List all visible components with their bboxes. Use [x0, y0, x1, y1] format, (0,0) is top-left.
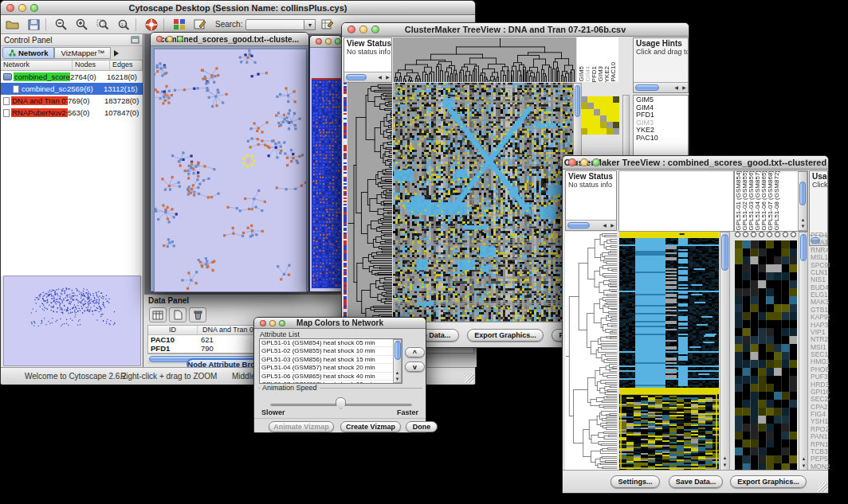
- scroll-up-icon[interactable]: ▲: [799, 217, 807, 223]
- close-icon[interactable]: [156, 36, 163, 42]
- scroll-up-icon[interactable]: ▲: [800, 456, 807, 462]
- treeview1-titlebar[interactable]: ClusterMaker TreeView : DNA and Tran 07-…: [342, 23, 689, 37]
- vizmapper-icon[interactable]: [171, 17, 188, 32]
- view-status-hscrollbar[interactable]: ◀ ▶: [566, 220, 616, 230]
- save-data-button[interactable]: Save Data...: [669, 475, 723, 488]
- zoom-icon[interactable]: [335, 38, 341, 45]
- attribute-item[interactable]: GPL51-01 (GSM854) heat shock 05 min: [260, 339, 393, 347]
- column-label[interactable]: GIM3: [598, 66, 603, 82]
- resize-grip[interactable]: [465, 373, 474, 383]
- view-status-hscrollbar[interactable]: ◀ ▶: [344, 72, 391, 82]
- vscroll-thumb[interactable]: [800, 234, 807, 261]
- heatmap-canvas[interactable]: [393, 83, 573, 322]
- close-icon[interactable]: [347, 25, 355, 33]
- done-button[interactable]: Done: [406, 421, 438, 432]
- row-dendrogram-canvas[interactable]: [347, 83, 392, 322]
- attribute-item[interactable]: GPL51-03 (GSM856) heat shock 15 min: [260, 356, 393, 364]
- hscroll-thumb[interactable]: [567, 222, 590, 229]
- close-icon[interactable]: [260, 320, 266, 326]
- scroll-down-icon[interactable]: ▼: [800, 463, 807, 469]
- network-table-row[interactable]: RNAPuberNov2+ 563(0) 107847(0): [1, 107, 143, 119]
- export-graphics-button[interactable]: Export Graphics...: [730, 475, 807, 488]
- export-graphics-button[interactable]: Export Graphics...: [467, 329, 544, 342]
- zoom-icon[interactable]: [30, 4, 38, 12]
- column-label[interactable]: GPL51-08 (GSM872): [774, 171, 779, 231]
- minimize-icon[interactable]: [167, 36, 173, 42]
- row-label[interactable]: PAC10: [636, 135, 688, 143]
- minimize-icon[interactable]: [325, 38, 332, 45]
- attribute-list-vscrollbar[interactable]: ▲ ▼: [393, 339, 402, 383]
- close-icon[interactable]: [6, 4, 14, 12]
- animate-vizmap-button[interactable]: Animate Vizmap: [269, 421, 334, 432]
- scroll-down-icon[interactable]: ▼: [799, 224, 807, 229]
- search-input[interactable]: [245, 19, 304, 30]
- vscroll-thumb[interactable]: [721, 234, 728, 271]
- column-label[interactable]: GPL51-03 (GSM856): [748, 171, 754, 231]
- vscroll-thumb[interactable]: [395, 341, 401, 360]
- attribute-item[interactable]: GPL51-06 (GSM865) heat shock 40 min: [260, 373, 393, 381]
- attribute-browser-icon[interactable]: [319, 17, 336, 32]
- treeview2-titlebar[interactable]: ClusterMaker TreeView : combined_scores_…: [563, 156, 828, 170]
- network-table-row[interactable]: combined_scores 2764(0) 16218(0): [1, 71, 143, 83]
- save-icon[interactable]: [25, 17, 42, 32]
- help-lifering-icon[interactable]: [143, 17, 160, 32]
- attribute-item[interactable]: GPL51-02 (GSM855) heat shock 10 min: [260, 347, 393, 355]
- create-vizmap-button[interactable]: Create Vizmap: [340, 421, 401, 432]
- zoom-out-icon[interactable]: [53, 17, 70, 32]
- dialog-titlebar[interactable]: Map Colors to Network: [254, 318, 426, 329]
- zoom-icon[interactable]: [279, 320, 285, 326]
- scroll-up-icon[interactable]: ▲: [721, 455, 728, 461]
- network-view-2-titlebar[interactable]: [310, 36, 341, 48]
- move-up-button[interactable]: ^: [405, 347, 425, 357]
- network-graph-canvas[interactable]: [154, 49, 307, 292]
- network-overview-minimap[interactable]: [3, 275, 141, 366]
- column-label[interactable]: GPL51-02 (GSM855): [742, 171, 748, 231]
- scroll-left-icon[interactable]: ◀: [673, 85, 680, 91]
- move-down-button[interactable]: v: [405, 361, 425, 372]
- usage-hints-hscrollbar[interactable]: ◀ ▶: [634, 82, 688, 92]
- network-table-row[interactable]: DNA and Tran 07 769(0) 183728(0): [1, 95, 143, 107]
- slider-thumb[interactable]: [336, 397, 346, 409]
- open-file-icon[interactable]: [4, 17, 22, 32]
- col-edges[interactable]: Edges: [110, 61, 143, 70]
- vscroll-thumb[interactable]: [799, 182, 806, 205]
- settings-button[interactable]: Settings...: [610, 475, 660, 488]
- zoom-matrix-canvas[interactable]: [581, 96, 620, 135]
- column-label[interactable]: PAC10: [610, 62, 616, 82]
- zoom-icon[interactable]: [592, 158, 600, 166]
- column-label[interactable]: GIM5: [579, 66, 584, 82]
- zoom-vscrollbar[interactable]: ▲ ▼: [799, 232, 808, 471]
- select-attributes-icon[interactable]: [149, 307, 167, 322]
- scroll-up-icon[interactable]: ▲: [394, 370, 401, 376]
- minimize-icon[interactable]: [18, 4, 26, 12]
- zoom-heatmap-canvas[interactable]: [735, 240, 797, 470]
- row-dendrogram-canvas[interactable]: [565, 232, 617, 471]
- delete-attribute-icon[interactable]: [189, 307, 206, 322]
- scroll-right-icon[interactable]: ▶: [384, 75, 391, 80]
- scroll-left-icon[interactable]: ◀: [376, 75, 383, 80]
- column-label[interactable]: PFD1: [591, 66, 597, 82]
- hscroll-thumb[interactable]: [635, 84, 659, 91]
- attr-col-id[interactable]: ID: [148, 326, 198, 334]
- vscroll-thumb[interactable]: [575, 85, 580, 117]
- minimize-icon[interactable]: [269, 320, 276, 326]
- column-label[interactable]: YKE2: [604, 66, 610, 82]
- column-dendrogram-canvas[interactable]: [393, 37, 576, 82]
- float-panel-icon[interactable]: [131, 36, 139, 44]
- minimize-icon[interactable]: [359, 25, 367, 33]
- hscroll-thumb[interactable]: [346, 74, 367, 80]
- scroll-right-icon[interactable]: ▶: [609, 223, 616, 229]
- annotation-icon[interactable]: [191, 17, 209, 32]
- search-dropdown-icon[interactable]: ▼: [304, 19, 316, 30]
- zoom-fit-icon[interactable]: 1:1: [115, 17, 132, 32]
- resize-grip[interactable]: [818, 483, 827, 492]
- column-label[interactable]: GPL51-07 (GSM868): [768, 171, 773, 231]
- column-labels-vscrollbar[interactable]: ▲ ▼: [798, 171, 807, 231]
- zoom-selected-icon[interactable]: [94, 17, 112, 32]
- col-network[interactable]: Network: [1, 61, 73, 70]
- network-table-row[interactable]: combined_sco 2569(6) 13112(15): [1, 83, 143, 95]
- column-label[interactable]: GIM4: [585, 66, 591, 82]
- zoom-in-icon[interactable]: [73, 17, 91, 32]
- minimize-icon[interactable]: [580, 158, 588, 166]
- column-label[interactable]: GPL51-01 (GSM854): [736, 171, 741, 231]
